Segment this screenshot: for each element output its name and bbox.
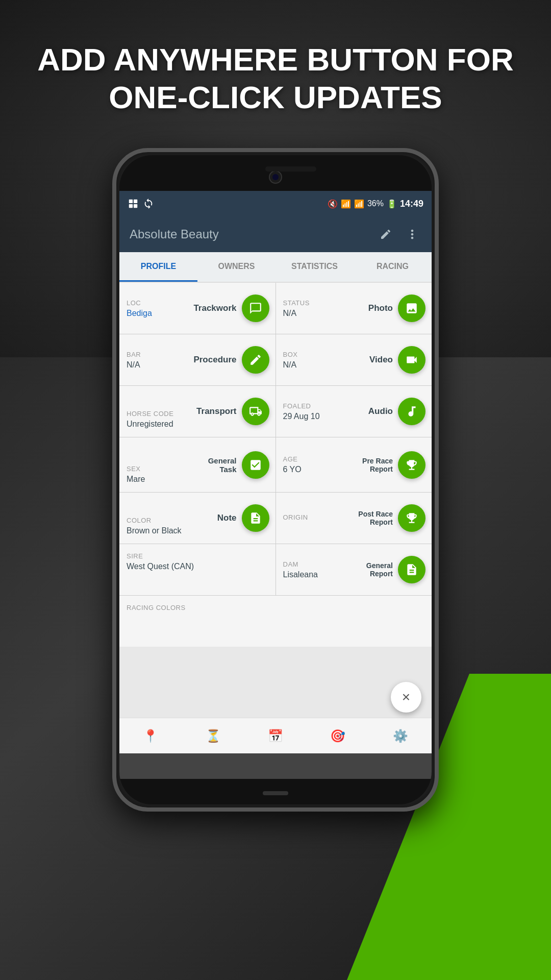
general-task-button[interactable] xyxy=(242,451,269,479)
nav-target[interactable]: 🎯 xyxy=(307,718,369,753)
note-button[interactable] xyxy=(242,504,269,532)
note-action-label: Note xyxy=(217,513,237,523)
foaled-cell: FOALED Audio 29 Aug 10 xyxy=(276,386,432,437)
clock: 14:49 xyxy=(400,199,423,209)
tab-bar: PROFILE OWNERS STATISTICS RACING xyxy=(119,252,432,283)
profile-content: LOC Trackwork Bediga STATUS Photo N/A xyxy=(119,283,432,743)
photo-action-label: Photo xyxy=(368,303,393,313)
box-cell: BOX Video N/A xyxy=(276,334,432,385)
phone-speaker xyxy=(265,166,316,172)
phone-inner: 🔇 📶 📶 36% 🔋 14:49 Absolute Beauty xyxy=(119,155,432,804)
svg-rect-2 xyxy=(129,204,133,208)
sire-label: SIRE xyxy=(127,552,268,560)
settings-nav-icon: ⚙️ xyxy=(393,729,408,743)
notification-icon xyxy=(128,198,139,209)
nav-location[interactable]: 📍 xyxy=(119,718,182,753)
location-cell: LOC Trackwork Bediga xyxy=(119,283,276,334)
header-actions xyxy=(377,225,421,243)
general-report-action-label: GeneralReport xyxy=(332,561,393,578)
general-report-button[interactable] xyxy=(398,556,425,583)
transport-cell: Transport HORSE CODE Unregistered xyxy=(119,386,276,437)
status-bar: 🔇 📶 📶 36% 🔋 14:49 xyxy=(119,191,432,216)
post-race-button[interactable] xyxy=(398,504,425,532)
transport-button[interactable] xyxy=(242,398,269,425)
promo-header: ADD ANYWHERE BUTTON FOR ONE-CLICK UPDATE… xyxy=(0,41,551,117)
more-menu-button[interactable] xyxy=(403,225,421,243)
procedure-action-label: Procedure xyxy=(193,355,236,365)
nav-settings[interactable]: ⚙️ xyxy=(369,718,432,753)
edit-button[interactable] xyxy=(377,225,395,243)
sex-cell: GeneralTask SEX Mare xyxy=(119,437,276,492)
signal-bars: 📶 xyxy=(354,199,364,209)
origin-cell: ORIGIN Post RaceReport xyxy=(276,493,432,544)
fab-close-button[interactable]: × xyxy=(391,682,421,713)
svg-rect-3 xyxy=(134,204,137,208)
phone-frame: 🔇 📶 📶 36% 🔋 14:49 Absolute Beauty xyxy=(112,148,439,812)
battery-percent: 36% xyxy=(367,199,384,208)
status-cell: STATUS Photo N/A xyxy=(276,283,432,334)
wifi-icon: 📶 xyxy=(341,199,351,209)
dam-cell: DAM GeneralReport Lisaleana xyxy=(276,544,432,595)
mute-icon: 🔇 xyxy=(328,199,338,209)
trackwork-action-label: Trackwork xyxy=(193,303,236,313)
pre-race-button[interactable] xyxy=(398,451,425,479)
post-race-action-label: Post RaceReport xyxy=(332,510,393,526)
bottom-navigation: 📍 ⏳ 📅 🎯 ⚙️ xyxy=(119,718,432,753)
pre-race-action-label: Pre RaceReport xyxy=(332,457,393,473)
age-cell: AGE Pre RaceReport 6 YO xyxy=(276,437,432,492)
phone-screen: 🔇 📶 📶 36% 🔋 14:49 Absolute Beauty xyxy=(119,191,432,779)
photo-button[interactable] xyxy=(398,295,425,322)
svg-rect-1 xyxy=(134,200,137,203)
battery-icon: 🔋 xyxy=(387,199,397,209)
sire-cell: SIRE West Quest (CAN) xyxy=(119,544,276,595)
phone-camera xyxy=(269,170,282,184)
status-bar-left xyxy=(128,198,154,209)
video-action-label: Video xyxy=(369,355,393,365)
nav-timer[interactable]: ⏳ xyxy=(182,718,244,753)
racing-colors-label: RACING COLORS xyxy=(127,604,424,611)
location-nav-icon: 📍 xyxy=(143,729,158,743)
audio-action-label: Audio xyxy=(368,406,393,416)
video-button[interactable] xyxy=(398,346,425,374)
status-bar-right: 🔇 📶 📶 36% 🔋 14:49 xyxy=(328,199,423,209)
phone-home-button[interactable] xyxy=(263,791,288,795)
tab-owners[interactable]: OWNERS xyxy=(197,252,276,282)
sex-value: Mare xyxy=(127,475,268,484)
procedure-button[interactable] xyxy=(242,346,269,374)
tab-profile[interactable]: PROFILE xyxy=(119,252,197,282)
audio-button[interactable] xyxy=(398,398,425,425)
nav-calendar[interactable]: 📅 xyxy=(244,718,307,753)
app-title: Absolute Beauty xyxy=(130,227,219,241)
profile-grid: LOC Trackwork Bediga STATUS Photo N/A xyxy=(119,283,432,647)
calendar-nav-icon: 📅 xyxy=(268,729,283,743)
sire-value: West Quest (CAN) xyxy=(127,562,268,571)
app-header: Absolute Beauty xyxy=(119,216,432,252)
svg-rect-0 xyxy=(129,200,133,203)
timer-nav-icon: ⏳ xyxy=(206,729,221,743)
bar-cell: BAR Procedure N/A xyxy=(119,334,276,385)
tab-racing[interactable]: RACING xyxy=(354,252,432,282)
racing-colors-cell: RACING COLORS xyxy=(119,596,432,647)
color-cell: Note COLOR Brown or Black xyxy=(119,493,276,544)
trackwork-button[interactable] xyxy=(242,295,269,322)
target-nav-icon: 🎯 xyxy=(330,729,345,743)
sync-icon xyxy=(143,198,154,209)
transport-action-label: Transport xyxy=(196,406,236,416)
tab-statistics[interactable]: STATISTICS xyxy=(276,252,354,282)
general-task-action-label: GeneralTask xyxy=(176,456,237,474)
